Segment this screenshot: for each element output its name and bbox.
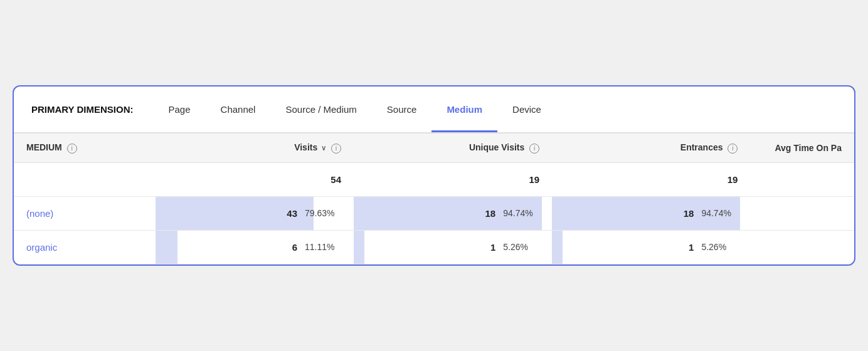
data-table: MEDIUM i Visits ∨ i Unique Visits i Entr…	[14, 133, 854, 264]
tab-source[interactable]: Source	[372, 99, 432, 120]
medium-info-icon[interactable]: i	[67, 144, 77, 154]
none-unique-visits-value: 18	[485, 208, 496, 219]
primary-dimension-row: PRIMARY DIMENSION: Page Channel Source /…	[14, 86, 854, 133]
visits-info-icon[interactable]: i	[331, 144, 341, 154]
total-unique-visits-cell: 19	[354, 162, 552, 196]
col-header-medium: MEDIUM i	[14, 134, 156, 162]
organic-entrances-value: 1	[689, 242, 694, 253]
entrances-info-icon[interactable]: i	[728, 144, 738, 154]
organic-medium-cell: organic	[14, 230, 156, 264]
total-medium-cell	[14, 162, 156, 196]
data-table-container: MEDIUM i Visits ∨ i Unique Visits i Entr…	[14, 133, 854, 264]
organic-unique-visits-value: 1	[490, 242, 495, 253]
none-visits-cell: 43 79.63%	[156, 196, 354, 230]
organic-visits-value: 6	[292, 242, 297, 253]
organic-avg-time-cell	[750, 230, 854, 264]
tab-medium[interactable]: Medium	[431, 99, 497, 120]
tab-device[interactable]: Device	[497, 99, 556, 120]
none-entrances-cell: 18 94.74%	[552, 196, 750, 230]
total-entrances-cell: 19	[552, 162, 750, 196]
analytics-card: PRIMARY DIMENSION: Page Channel Source /…	[13, 85, 855, 265]
organic-unique-visits-cell: 1 5.26%	[354, 230, 552, 264]
organic-visits-pct: 11.11%	[305, 242, 341, 252]
table-row: (none) 43 79.63% 18 94.74%	[14, 196, 854, 230]
organic-visits-cell: 6 11.11%	[156, 230, 354, 264]
col-header-visits: Visits ∨ i	[156, 134, 354, 162]
dimension-tabs: Page Channel Source / Medium Source Medi…	[154, 99, 837, 120]
organic-entrances-pct: 5.26%	[701, 242, 738, 252]
col-header-unique-visits: Unique Visits i	[354, 134, 552, 162]
col-header-entrances: Entrances i	[552, 134, 750, 162]
total-avg-time-cell	[750, 162, 854, 196]
none-unique-visits-cell: 18 94.74%	[354, 196, 552, 230]
unique-visits-info-icon[interactable]: i	[529, 144, 539, 154]
tab-source-medium[interactable]: Source / Medium	[270, 99, 371, 120]
table-header-row: MEDIUM i Visits ∨ i Unique Visits i Entr…	[14, 134, 854, 162]
primary-dimension-label: PRIMARY DIMENSION:	[31, 104, 134, 115]
organic-entrances-cell: 1 5.26%	[552, 230, 750, 264]
none-visits-value: 43	[287, 208, 297, 219]
col-header-avg-time: Avg Time On Pa	[750, 134, 854, 162]
tab-channel[interactable]: Channel	[206, 99, 271, 120]
none-visits-pct: 79.63%	[305, 208, 341, 218]
none-avg-time-cell	[750, 196, 854, 230]
tab-page[interactable]: Page	[154, 99, 206, 120]
total-visits-cell: 54	[156, 162, 354, 196]
none-medium-cell: (none)	[14, 196, 156, 230]
none-entrances-value: 18	[684, 208, 694, 219]
visits-sort-arrow[interactable]: ∨	[321, 144, 326, 152]
table-row: organic 6 11.11% 1 5.26%	[14, 230, 854, 264]
none-entrances-pct: 94.74%	[701, 208, 738, 218]
table-total-row: 54 19 19	[14, 162, 854, 196]
organic-unique-visits-pct: 5.26%	[503, 242, 539, 252]
none-unique-visits-pct: 94.74%	[503, 208, 539, 218]
